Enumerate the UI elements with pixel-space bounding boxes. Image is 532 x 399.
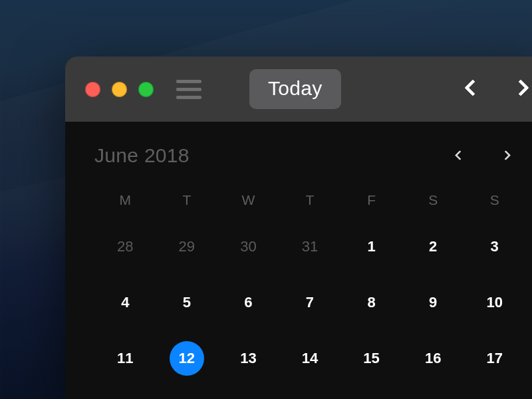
calendar-day[interactable]: 10 — [464, 285, 525, 320]
desktop-wallpaper: Today June 2018 — [0, 0, 532, 399]
titlebar: Today — [65, 57, 532, 122]
calendar-day[interactable]: 9 — [402, 285, 464, 320]
calendar-day[interactable]: 17 — [464, 341, 525, 376]
minimize-window-button[interactable] — [112, 82, 127, 97]
calendar-day[interactable]: 6 — [217, 285, 279, 320]
calendar-day[interactable]: 30 — [217, 229, 279, 264]
weekday-header: T — [279, 192, 341, 208]
calendar-day[interactable]: 7 — [279, 285, 341, 320]
titlebar-month-nav — [467, 82, 531, 96]
calendar-day[interactable]: 29 — [156, 229, 218, 264]
calendar-day[interactable]: 5 — [156, 285, 218, 320]
window-controls — [85, 82, 154, 97]
weekday-header: W — [217, 192, 279, 208]
calendar-grid: M T W T F S S 28 29 30 31 1 2 3 4 5 6 7 — [94, 192, 525, 376]
calendar-day[interactable]: 8 — [340, 285, 402, 320]
calendar-day[interactable]: 3 — [464, 229, 525, 264]
calendar-day[interactable]: 15 — [340, 341, 402, 376]
calendar-day[interactable]: 1 — [340, 229, 402, 264]
calendar-day[interactable]: 11 — [94, 341, 156, 376]
calendar-day[interactable]: 14 — [279, 341, 341, 376]
calendar-window: Today June 2018 — [65, 57, 532, 399]
weekday-header: S — [402, 192, 464, 208]
fullscreen-window-button[interactable] — [138, 82, 154, 97]
today-button[interactable]: Today — [249, 69, 341, 109]
month-header: June 2018 — [94, 144, 525, 167]
calendar-day[interactable]: 13 — [217, 341, 279, 376]
calendar-day-selected[interactable]: 12 — [156, 341, 218, 376]
calendar-day[interactable]: 16 — [402, 341, 464, 376]
chevron-right-icon — [512, 79, 529, 96]
close-window-button[interactable] — [85, 82, 100, 97]
calendar-day[interactable]: 31 — [279, 229, 341, 264]
weekday-header: T — [156, 192, 218, 208]
weekday-header: M — [94, 192, 156, 208]
prev-period-button[interactable] — [467, 82, 479, 96]
calendar-day[interactable]: 4 — [94, 285, 156, 320]
calendar-day[interactable]: 2 — [402, 229, 464, 264]
next-month-button[interactable] — [502, 150, 509, 162]
month-year-label: June 2018 — [94, 144, 190, 167]
weekday-header: S — [464, 192, 525, 208]
weekday-header: F — [340, 192, 402, 208]
chevron-right-icon — [501, 150, 511, 161]
mini-calendar-nav — [456, 150, 525, 162]
mini-calendar: June 2018 M T W T F S S — [65, 122, 532, 376]
chevron-left-icon — [464, 79, 481, 96]
next-period-button[interactable] — [515, 82, 527, 96]
prev-month-button[interactable] — [456, 150, 464, 162]
calendar-day[interactable]: 28 — [94, 229, 156, 264]
chevron-left-icon — [455, 150, 466, 161]
hamburger-icon[interactable] — [176, 80, 201, 99]
